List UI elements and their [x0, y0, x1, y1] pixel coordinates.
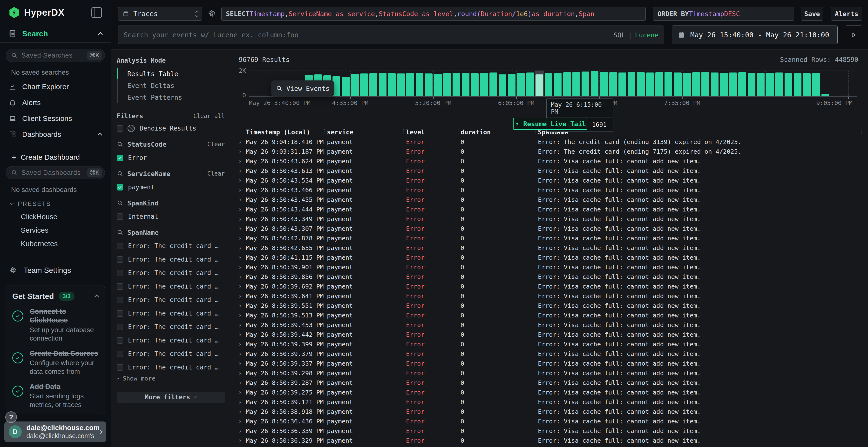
checkbox-unchecked[interactable]: [117, 364, 123, 371]
table-row[interactable]: ›May 26 8:50:39.856 PMpaymentError0Error…: [235, 272, 868, 281]
histogram-bar[interactable]: [811, 71, 820, 96]
select-clause-input[interactable]: SELECT Timestamp, ServiceName as service…: [221, 7, 646, 21]
row-expand-icon[interactable]: ›: [235, 427, 246, 435]
row-expand-icon[interactable]: ›: [235, 321, 246, 329]
histogram-bar[interactable]: [738, 71, 747, 96]
chevron-up-icon[interactable]: [98, 32, 103, 37]
checkbox-unchecked[interactable]: [117, 256, 123, 263]
row-expand-icon[interactable]: ›: [235, 331, 246, 338]
histogram-bar[interactable]: [618, 71, 627, 96]
filter-option[interactable]: Error: The credit card …: [117, 336, 225, 345]
histogram-bar[interactable]: [479, 71, 489, 96]
row-expand-icon[interactable]: ›: [235, 244, 246, 251]
filter-option[interactable]: Error: The credit card …: [117, 241, 225, 251]
row-expand-icon[interactable]: ›: [235, 437, 246, 444]
table-row[interactable]: ›May 26 8:50:43.455 PMpaymentError0Error…: [235, 195, 868, 204]
row-expand-icon[interactable]: ›: [235, 148, 246, 155]
table-row[interactable]: ›May 26 8:50:42.655 PMpaymentError0Error…: [235, 243, 868, 253]
histogram-bar[interactable]: [581, 71, 590, 96]
histogram-bar[interactable]: [802, 71, 811, 96]
get-started-task[interactable]: Connect to ClickHouseSet up your databas…: [12, 307, 98, 343]
histogram-bar[interactable]: [406, 71, 415, 96]
row-expand-icon[interactable]: ›: [235, 389, 246, 396]
query-language-toggle[interactable]: SQL|Lucene: [613, 31, 658, 39]
histogram-bar[interactable]: [341, 71, 350, 96]
filter-option[interactable]: Internal: [117, 212, 225, 221]
table-row[interactable]: ›May 26 9:03:31.187 PMpaymentError0Error…: [235, 147, 868, 156]
table-row[interactable]: ›May 26 8:50:36.436 PMpaymentError0Error…: [235, 416, 868, 426]
filter-option[interactable]: Error: The credit card …: [117, 309, 225, 318]
alerts-button[interactable]: Alerts: [831, 7, 862, 21]
sidebar-item-client-sessions[interactable]: Client Sessions: [6, 110, 105, 127]
row-expand-icon[interactable]: ›: [235, 225, 246, 232]
histogram-bar[interactable]: [691, 71, 701, 96]
filter-option[interactable]: Error: The credit card …: [117, 295, 225, 305]
histogram-bar[interactable]: [369, 71, 378, 96]
histogram-bar[interactable]: [682, 71, 691, 96]
histogram-bar[interactable]: [646, 71, 655, 96]
histogram-bar[interactable]: [507, 71, 516, 96]
table-row[interactable]: ›May 26 8:50:42.878 PMpaymentError0Error…: [235, 233, 868, 243]
histogram-bar[interactable]: [636, 71, 646, 96]
histogram-bar[interactable]: [433, 71, 442, 96]
histogram-bar[interactable]: [498, 71, 507, 96]
filter-option[interactable]: Error: The credit card …: [117, 254, 225, 264]
histogram-bar[interactable]: [701, 71, 710, 96]
row-expand-icon[interactable]: ›: [235, 379, 246, 386]
filter-option[interactable]: Error: The credit card …: [117, 268, 225, 278]
table-row[interactable]: ›May 26 8:50:43.613 PMpaymentError0Error…: [235, 166, 868, 176]
filter-option[interactable]: Error: [117, 153, 225, 163]
row-expand-icon[interactable]: ›: [235, 370, 246, 377]
row-expand-icon[interactable]: ›: [235, 138, 246, 145]
histogram-bar[interactable]: [258, 71, 267, 96]
table-row[interactable]: ›May 26 8:50:39.298 PMpaymentError0Error…: [235, 368, 868, 378]
column-header-service[interactable]: ⋮service: [327, 129, 406, 136]
histogram-bar[interactable]: [387, 71, 396, 96]
row-expand-icon[interactable]: ›: [235, 302, 246, 309]
row-expand-icon[interactable]: ›: [235, 215, 246, 222]
source-select[interactable]: Traces: [118, 7, 202, 21]
histogram-bar[interactable]: [553, 71, 562, 96]
row-expand-icon[interactable]: ›: [235, 273, 246, 280]
histogram-bar[interactable]: [350, 71, 360, 96]
histogram-bar[interactable]: [664, 71, 673, 96]
table-row[interactable]: ›May 26 8:50:39.453 PMpaymentError0Error…: [235, 320, 868, 330]
sidebar-item-dashboards[interactable]: Dashboards: [6, 127, 105, 142]
table-row[interactable]: ›May 26 8:50:39.901 PMpaymentError0Error…: [235, 262, 868, 272]
date-range-picker[interactable]: May 26 15:40:00 - May 26 21:10:00: [672, 26, 838, 44]
filter-option[interactable]: Error: The credit card …: [117, 322, 225, 332]
histogram-bar[interactable]: [461, 71, 470, 96]
histogram-bar[interactable]: [719, 71, 728, 96]
filter-option[interactable]: Error: The credit card …: [117, 281, 225, 291]
saved-dashboards-input[interactable]: Saved Dashboards ⌘K: [6, 166, 105, 179]
table-row[interactable]: ›May 26 8:50:39.442 PMpaymentError0Error…: [235, 330, 868, 339]
run-query-button[interactable]: [845, 26, 862, 44]
column-separator[interactable]: ⋮: [455, 128, 461, 134]
histogram-bar[interactable]: [424, 71, 433, 96]
histogram-bar[interactable]: [572, 71, 581, 96]
preset-item-services[interactable]: Services: [6, 224, 105, 237]
checkbox-unchecked[interactable]: [117, 125, 123, 132]
filter-clear-button[interactable]: Clear: [207, 141, 225, 148]
histogram-bar[interactable]: [655, 71, 664, 96]
filter-option[interactable]: Error: The credit card …: [117, 363, 225, 372]
source-settings-button[interactable]: [207, 9, 216, 18]
histogram-bar[interactable]: [848, 71, 858, 96]
histogram-bar[interactable]: [526, 71, 535, 96]
table-row[interactable]: ›May 26 8:50:43.444 PMpaymentError0Error…: [235, 204, 868, 214]
row-expand-icon[interactable]: ›: [235, 196, 246, 203]
checkbox-unchecked[interactable]: [117, 310, 123, 317]
row-expand-icon[interactable]: ›: [235, 206, 246, 213]
preset-item-kubernetes[interactable]: Kubernetes: [6, 237, 105, 250]
histogram-bar[interactable]: [489, 71, 498, 96]
histogram-bar[interactable]: [609, 71, 618, 96]
row-expand-icon[interactable]: ›: [235, 186, 246, 194]
column-separator[interactable]: ⋮: [401, 128, 406, 134]
histogram-bar[interactable]: [821, 71, 830, 96]
preset-item-clickhouse[interactable]: ClickHouse: [6, 210, 105, 224]
histogram-bar[interactable]: [710, 71, 719, 96]
table-row[interactable]: ›May 26 8:50:36.339 PMpaymentError0Error…: [235, 426, 868, 436]
table-row[interactable]: ›May 26 8:50:39.641 PMpaymentError0Error…: [235, 291, 868, 301]
checkbox-unchecked[interactable]: [117, 243, 123, 249]
column-separator[interactable]: ⋮: [322, 128, 328, 134]
